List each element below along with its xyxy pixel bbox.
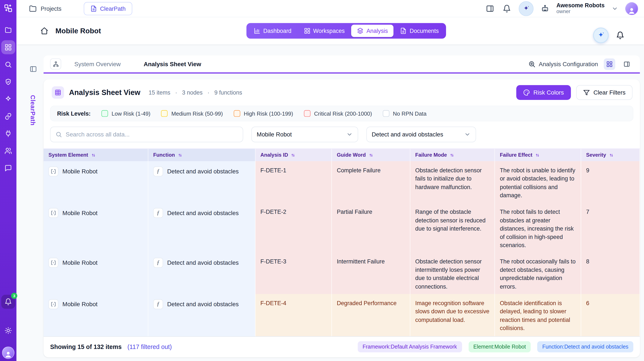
clear-filters-button[interactable]: Clear Filters xyxy=(576,85,632,100)
column-header-guide-word[interactable]: Guide Word xyxy=(332,149,410,161)
component-icon xyxy=(48,208,58,218)
notification-count-badge: 3 xyxy=(11,293,18,299)
nav-analysis[interactable]: Analysis xyxy=(351,25,394,37)
nav-dashboard[interactable]: Dashboard xyxy=(248,25,297,37)
rail-item-link[interactable] xyxy=(1,109,15,123)
column-header-failure-effect[interactable]: Failure Effect xyxy=(495,149,581,161)
function-icon: ƒ xyxy=(153,299,163,309)
rail-bottom: 3 xyxy=(0,295,16,359)
risk-checkbox-low[interactable]: Low Risk (1-49) xyxy=(101,110,150,117)
checkbox-critical-risk[interactable] xyxy=(304,110,310,117)
cell-failure-mode: Image recognition software slows down du… xyxy=(410,294,495,336)
nav-label: Workspaces xyxy=(313,28,345,34)
chevron-down-icon[interactable] xyxy=(612,5,618,12)
rail-item-folder[interactable] xyxy=(1,23,15,37)
analysis-configuration-label: Analysis Configuration xyxy=(539,61,598,67)
split-view-toggle[interactable] xyxy=(621,58,632,70)
rail-item-wand[interactable] xyxy=(1,92,15,106)
risk-checkbox-critical[interactable]: Critical Risk (200-1000) xyxy=(304,110,372,117)
page-notifications-button[interactable] xyxy=(615,31,625,40)
grid-icon xyxy=(606,61,613,67)
column-header-function[interactable]: Function xyxy=(148,149,256,161)
checkbox-low-risk[interactable] xyxy=(101,110,108,117)
cell-failure-mode: Obstacle detection sensor intermittently… xyxy=(410,252,495,296)
risk-checkbox-high[interactable]: High Risk (100-199) xyxy=(234,110,293,117)
cell-failure-effect: The robot is unable to identify or avoid… xyxy=(495,161,581,205)
table-row[interactable]: Mobile Robot ƒ Detect and avoid obstacle… xyxy=(44,161,640,203)
column-header-failure-mode[interactable]: Failure Mode xyxy=(410,149,495,161)
table-row[interactable]: Mobile Robot ƒ Detect and avoid obstacle… xyxy=(44,294,640,336)
hierarchy-view-button[interactable] xyxy=(50,59,61,70)
filter-chip-function[interactable]: Function:Detect and avoid obstacles xyxy=(537,341,633,352)
checkbox-medium-risk[interactable] xyxy=(161,110,168,117)
tab-system-overview[interactable]: System Overview xyxy=(64,61,130,67)
rail-user-avatar[interactable] xyxy=(2,346,14,359)
screen: 3 Projects ClearPath Awesome Rob xyxy=(0,0,644,361)
checkbox-high-risk[interactable] xyxy=(234,110,240,117)
checkbox-no-rpn[interactable] xyxy=(383,110,390,117)
sort-icon xyxy=(609,153,614,157)
account-name: Awesome Robots xyxy=(556,2,604,9)
function-value: Detect and avoid obstacles xyxy=(167,166,239,176)
function-value: Detect and avoid obstacles xyxy=(167,299,239,309)
user-avatar[interactable] xyxy=(625,2,638,15)
table-row[interactable]: Mobile Robot ƒ Detect and avoid obstacle… xyxy=(44,252,640,294)
rail-item-workspaces[interactable] xyxy=(1,40,15,54)
rail-item-chat[interactable] xyxy=(1,161,15,175)
risk-colors-button[interactable]: Risk Colors xyxy=(516,85,571,100)
stat-separator: · xyxy=(175,89,177,96)
rail-item-shield[interactable] xyxy=(1,75,15,89)
clearpath-project-tab[interactable]: ClearPath xyxy=(84,2,132,15)
clear-filters-label: Clear Filters xyxy=(593,89,626,96)
cell-failure-mode: Range of the obstacle detection sensor i… xyxy=(410,203,495,255)
risk-checkbox-medium[interactable]: Medium Risk (50-99) xyxy=(161,110,223,117)
search-input[interactable] xyxy=(66,131,238,138)
projects-button[interactable]: Projects xyxy=(29,4,62,13)
rail-item-search[interactable] xyxy=(1,58,15,72)
rail-notifications-button[interactable]: 3 xyxy=(1,295,15,309)
table-header: System Element Function Analysis ID Guid… xyxy=(44,149,640,161)
element-filter-select[interactable]: Mobile Robot xyxy=(251,127,358,142)
panel-layout-button[interactable] xyxy=(485,4,495,13)
bell-icon xyxy=(502,4,511,13)
analysis-sheet-card: Analysis Sheet View 15 items · 3 nodes ·… xyxy=(44,79,640,357)
account-role: owner xyxy=(556,9,604,15)
home-button[interactable] xyxy=(40,27,48,35)
column-header-system-element[interactable]: System Element xyxy=(44,149,148,161)
theme-toggle-button[interactable] xyxy=(1,324,15,337)
filtered-out-link[interactable]: (117 filtered out) xyxy=(128,343,172,350)
filter-chip-framework[interactable]: Framework:Default Analysis Framework xyxy=(358,341,462,352)
ai-sparkle-button[interactable] xyxy=(593,28,609,43)
filter-chip-element[interactable]: Element:Mobile Robot xyxy=(468,341,531,352)
rail-item-plug[interactable] xyxy=(1,127,15,141)
notifications-button[interactable] xyxy=(502,4,512,13)
cell-analysis-id: F-DETE-4 xyxy=(256,294,332,336)
sort-icon xyxy=(450,153,454,157)
function-icon: ƒ xyxy=(153,167,163,176)
account-menu[interactable]: Awesome Robots owner xyxy=(556,2,604,15)
grid-icon xyxy=(304,28,310,34)
top-bar-right: Awesome Robots owner xyxy=(485,1,638,16)
rail-item-users[interactable] xyxy=(1,144,15,158)
risk-colors-label: Risk Colors xyxy=(534,89,564,96)
analysis-configuration-button[interactable]: Analysis Configuration xyxy=(528,60,598,68)
nav-documents[interactable]: Documents xyxy=(394,25,444,37)
function-filter-select[interactable]: Detect and avoid obstacles xyxy=(366,127,476,142)
column-label: Analysis ID xyxy=(260,152,288,158)
tab-analysis-sheet-view[interactable]: Analysis Sheet View xyxy=(134,61,211,67)
ai-assistant-button[interactable] xyxy=(519,1,534,16)
table-row[interactable]: Mobile Robot ƒ Detect and avoid obstacle… xyxy=(44,203,640,252)
column-label: Failure Mode xyxy=(415,152,447,158)
cell-failure-mode: Obstacle detection sensor fails to initi… xyxy=(410,161,495,205)
column-header-severity[interactable]: Severity xyxy=(581,149,640,161)
cell-system-element: Mobile Robot xyxy=(44,203,148,255)
risk-label-medium: Medium Risk (50-99) xyxy=(171,110,223,117)
search-icon xyxy=(56,131,62,138)
column-header-analysis-id[interactable]: Analysis ID xyxy=(256,149,332,161)
grid-view-toggle[interactable] xyxy=(604,58,616,70)
sort-icon xyxy=(91,153,96,157)
risk-checkbox-no-rpn[interactable]: No RPN Data xyxy=(383,110,426,117)
nav-workspaces[interactable]: Workspaces xyxy=(298,25,350,37)
column-label: Failure Effect xyxy=(500,152,532,158)
collapse-panel-button[interactable] xyxy=(30,65,37,73)
